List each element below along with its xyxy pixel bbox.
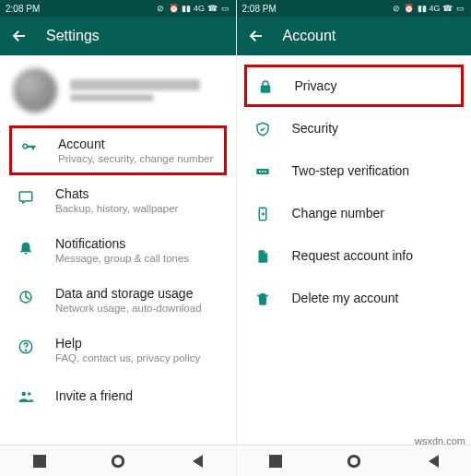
key-icon bbox=[19, 138, 38, 157]
profile-status-blurred bbox=[70, 94, 154, 101]
menu-title: Privacy bbox=[295, 78, 337, 93]
pin-icon bbox=[253, 162, 272, 181]
menu-item-notifications[interactable]: Notifications Message, group & call tone… bbox=[0, 225, 236, 275]
menu-title: Invite a friend bbox=[55, 388, 133, 403]
android-navbar bbox=[237, 445, 472, 476]
svg-point-3 bbox=[22, 392, 27, 397]
phone-left-settings: 2:08 PM ⊘ ⏰ ▮▮ 4G ☎ ▭ Settings bbox=[0, 0, 236, 476]
network-label: 4G bbox=[430, 4, 440, 14]
menu-item-security[interactable]: Security bbox=[237, 107, 472, 149]
status-time: 2:08 PM bbox=[242, 4, 277, 14]
volte-icon: ☎ bbox=[207, 4, 218, 14]
menu-title: Data and storage usage bbox=[55, 286, 202, 301]
menu-title: Chats bbox=[55, 186, 178, 201]
menu-title: Notifications bbox=[55, 236, 189, 251]
shield-icon bbox=[253, 120, 272, 138]
android-navbar bbox=[0, 445, 236, 476]
battery-icon: ▭ bbox=[455, 4, 465, 14]
menu-subtitle: Backup, history, wallpaper bbox=[55, 203, 178, 214]
svg-point-6 bbox=[259, 171, 261, 173]
nav-recents-button[interactable] bbox=[269, 455, 282, 468]
lock-icon bbox=[256, 77, 275, 96]
status-bar: 2:08 PM ⊘ ⏰ ▮▮ 4G ☎ ▭ bbox=[0, 0, 236, 17]
settings-content: Account Privacy, security, change number… bbox=[0, 55, 236, 445]
appbar: Account bbox=[237, 17, 472, 55]
menu-title: Request account info bbox=[292, 248, 414, 263]
signal-icon: ▮▮ bbox=[417, 4, 427, 14]
nav-back-button[interactable] bbox=[426, 455, 439, 468]
menu-subtitle: Privacy, security, change number bbox=[58, 153, 213, 164]
menu-item-chats[interactable]: Chats Backup, history, wallpaper bbox=[0, 175, 236, 225]
status-time: 2:08 PM bbox=[6, 4, 40, 14]
alarm-icon: ⏰ bbox=[169, 4, 179, 14]
menu-subtitle: Message, group & call tones bbox=[55, 253, 189, 264]
menu-item-invite[interactable]: Invite a friend bbox=[0, 375, 236, 417]
dnd-icon: ⊘ bbox=[156, 4, 166, 14]
nav-home-button[interactable] bbox=[112, 455, 124, 468]
signal-icon: ▮▮ bbox=[182, 4, 192, 14]
appbar-title: Account bbox=[283, 28, 336, 44]
menu-subtitle: FAQ, contact us, privacy policy bbox=[55, 352, 200, 363]
menu-item-account[interactable]: Account Privacy, security, change number bbox=[9, 125, 227, 175]
menu-item-privacy[interactable]: Privacy bbox=[244, 65, 465, 107]
svg-point-2 bbox=[25, 350, 26, 351]
volte-icon: ☎ bbox=[442, 4, 453, 14]
menu-title: Security bbox=[292, 121, 339, 136]
data-usage-icon bbox=[17, 288, 35, 306]
svg-point-4 bbox=[28, 392, 31, 396]
profile-row[interactable] bbox=[0, 55, 236, 125]
appbar-title: Settings bbox=[46, 28, 100, 44]
battery-icon: ▭ bbox=[220, 4, 230, 14]
menu-title: Two-step verification bbox=[292, 163, 410, 178]
nav-back-button[interactable] bbox=[190, 455, 203, 468]
help-icon bbox=[17, 338, 35, 356]
chat-icon bbox=[17, 188, 35, 207]
trash-icon bbox=[253, 290, 272, 308]
svg-point-8 bbox=[265, 171, 266, 173]
status-icons: ⊘ ⏰ ▮▮ 4G ☎ ▭ bbox=[391, 4, 465, 14]
watermark: wsxdn.com bbox=[415, 435, 465, 446]
back-button[interactable] bbox=[11, 28, 28, 44]
back-button[interactable] bbox=[248, 28, 265, 44]
account-content: Privacy Security Two-step verification bbox=[237, 55, 472, 445]
menu-title: Help bbox=[55, 336, 200, 351]
menu-item-help[interactable]: Help FAQ, contact us, privacy policy bbox=[0, 325, 236, 375]
profile-text bbox=[70, 79, 223, 101]
document-icon bbox=[253, 247, 272, 266]
menu-title: Delete my account bbox=[292, 291, 399, 305]
appbar: Settings bbox=[0, 17, 236, 55]
menu-item-change-number[interactable]: Change number bbox=[237, 192, 472, 234]
menu-item-twostep[interactable]: Two-step verification bbox=[237, 149, 472, 192]
people-icon bbox=[17, 387, 35, 406]
dnd-icon: ⊘ bbox=[391, 4, 401, 14]
nav-recents-button[interactable] bbox=[33, 455, 46, 468]
menu-item-request-info[interactable]: Request account info bbox=[237, 234, 472, 277]
phone-right-account: 2:08 PM ⊘ ⏰ ▮▮ 4G ☎ ▭ Account bbox=[236, 0, 472, 476]
bell-icon bbox=[17, 238, 35, 256]
menu-item-data[interactable]: Data and storage usage Network usage, au… bbox=[0, 275, 236, 325]
status-icons: ⊘ ⏰ ▮▮ 4G ☎ ▭ bbox=[156, 4, 230, 14]
svg-point-7 bbox=[262, 171, 264, 173]
status-bar: 2:08 PM ⊘ ⏰ ▮▮ 4G ☎ ▭ bbox=[237, 0, 472, 17]
menu-item-delete-account[interactable]: Delete my account bbox=[237, 277, 472, 319]
profile-name-blurred bbox=[70, 79, 200, 90]
menu-title: Change number bbox=[292, 206, 384, 220]
menu-title: Account bbox=[58, 137, 213, 151]
alarm-icon: ⏰ bbox=[404, 4, 414, 14]
nav-home-button[interactable] bbox=[347, 455, 360, 468]
avatar bbox=[13, 68, 57, 113]
phone-swap-icon bbox=[253, 205, 272, 223]
network-label: 4G bbox=[194, 4, 205, 14]
menu-subtitle: Network usage, auto-download bbox=[55, 303, 202, 314]
